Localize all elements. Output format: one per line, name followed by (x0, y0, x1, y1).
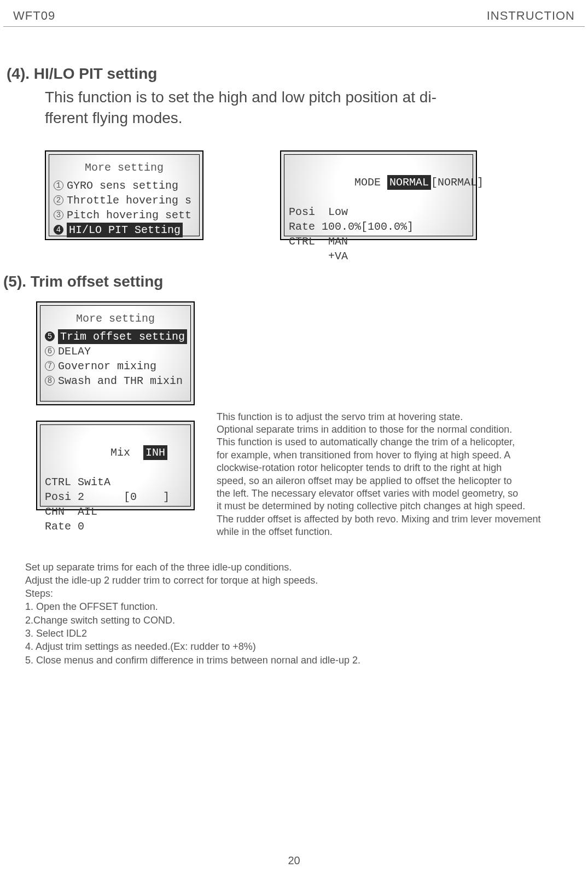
desc-line: This function is to adjust the servo tri… (217, 411, 541, 423)
step-line: Set up separate trims for each of the th… (25, 561, 585, 574)
menu-label: HI/LO PIT Setting (67, 223, 183, 237)
va-line: +VA (289, 249, 468, 264)
menu-item-6: 6 DELAY (45, 344, 186, 359)
menu-number-icon: 8 (45, 376, 55, 386)
mode-value: NORMAL (387, 175, 431, 190)
desc-line: speed, so an aileron offset may be appli… (217, 475, 541, 487)
lcd-inner: More setting 1 GYRO sens setting 2 Throt… (49, 154, 200, 236)
mix-line: Mix INH (45, 430, 186, 475)
lcd-trim-offset: Mix INH CTRL SwitA Posi 2 [0 ] CHN AIL R… (36, 421, 195, 510)
desc-line: it must be determined by noting collecti… (217, 500, 541, 513)
menu-item-2: 2 Throttle hovering s (54, 193, 195, 208)
menu-label: Throttle hovering s (67, 193, 191, 208)
lcd-hi-lo-pit: MODE NORMAL[NORMAL] Posi Low Rate 100.0%… (280, 150, 477, 240)
screens-row-1: More setting 1 GYRO sens setting 2 Throt… (45, 150, 585, 240)
intro-line-2: fferent flying modes. (45, 109, 183, 126)
menu-number-icon: 4 (54, 225, 63, 235)
lcd-inner: More setting 5 Trim offset setting 6 DEL… (40, 305, 191, 401)
menu-label: DELAY (58, 344, 91, 359)
desc-line: while in the offset function. (217, 526, 541, 538)
menu-item-7: 7 Governor mixing (45, 359, 186, 374)
desc-line: Optional separate trims in addition to t… (217, 423, 541, 436)
step-line: Adjust the idle-up 2 rudder trim to corr… (25, 574, 585, 587)
menu-item-1: 1 GYRO sens setting (54, 178, 195, 193)
menu-label: GYRO sens setting (67, 178, 178, 193)
step-line: 2.Change switch setting to COND. (25, 614, 585, 627)
menu-item-3: 3 Pitch hovering sett (54, 208, 195, 223)
mix-label: Mix (110, 446, 143, 459)
intro-line-1: This function is to set the high and low… (45, 89, 436, 106)
step-line: 1. Open the OFFSET function. (25, 600, 585, 613)
rate-line: Rate 100.0%[100.0%] (289, 219, 468, 234)
lcd-title: More setting (45, 311, 186, 326)
menu-label: Pitch hovering sett (67, 208, 191, 223)
menu-number-icon: 7 (45, 361, 55, 371)
page-number: 20 (0, 854, 588, 867)
desc-line: The rudder offset is affected by both re… (217, 513, 541, 526)
menu-item-4-selected: 4 HI/LO PIT Setting (54, 223, 195, 237)
posi-line: Posi Low (289, 205, 468, 219)
page: WFT09 INSTRUCTION (4). HI/LO PIT setting… (0, 0, 588, 879)
mode-bracket: [NORMAL] (431, 176, 484, 189)
step-line: 3. Select IDL2 (25, 627, 585, 640)
menu-item-8: 8 Swash and THR mixin (45, 374, 186, 388)
rate-line: Rate 0 (45, 519, 186, 534)
desc-line: the left. The necessary elevator offset … (217, 487, 541, 500)
menu-label: Governor mixing (58, 359, 156, 374)
ctrl-line: CTRL SwitA (45, 475, 186, 490)
header-right: INSTRUCTION (487, 9, 575, 23)
lcd-title: More setting (54, 160, 195, 175)
header-left: WFT09 (13, 9, 55, 23)
chn-line: CHN AIL (45, 504, 186, 519)
step-line: 4. Adjust trim settings as needed.(Ex: r… (25, 640, 585, 653)
menu-item-5-selected: 5 Trim offset setting (45, 329, 186, 344)
section-4-title: (4). HI/LO PIT setting (7, 65, 585, 83)
menu-label: Trim offset setting (58, 329, 187, 344)
menu-number-icon: 3 (54, 210, 63, 220)
step-line: 5. Close menus and confirm difference in… (25, 654, 585, 667)
trim-offset-description: This function is to adjust the servo tri… (217, 411, 541, 539)
page-header: WFT09 INSTRUCTION (3, 9, 585, 27)
steps-block: Set up separate trims for each of the th… (25, 561, 585, 667)
menu-label: Swash and THR mixin (58, 374, 183, 388)
posi-line: Posi 2 [0 ] (45, 490, 186, 504)
menu-number-icon: 1 (54, 181, 63, 190)
menu-number-icon: 5 (45, 331, 55, 341)
mode-line: MODE NORMAL[NORMAL] (289, 160, 468, 205)
mix-value: INH (143, 445, 167, 460)
section-4-intro: This function is to set the high and low… (45, 87, 537, 129)
lcd-more-setting-2: More setting 5 Trim offset setting 6 DEL… (36, 301, 195, 405)
lcd-more-setting-1: More setting 1 GYRO sens setting 2 Throt… (45, 150, 203, 240)
ctrl-line: CTRL MAN (289, 234, 468, 249)
lcd-inner: Mix INH CTRL SwitA Posi 2 [0 ] CHN AIL R… (40, 424, 191, 507)
lcd-inner: MODE NORMAL[NORMAL] Posi Low Rate 100.0%… (284, 154, 473, 236)
desc-line: This function is used to automatically c… (217, 436, 541, 449)
menu-number-icon: 2 (54, 195, 63, 205)
step-line: Steps: (25, 587, 585, 600)
desc-line: for example, when transitioned from hove… (217, 449, 541, 462)
mode-label: MODE (354, 176, 387, 189)
menu-number-icon: 6 (45, 346, 55, 356)
screens-row-2: Mix INH CTRL SwitA Posi 2 [0 ] CHN AIL R… (3, 405, 585, 539)
desc-line: clockwise-rotation rotor helicopter tend… (217, 462, 541, 474)
section-5-title: (5). Trim offset setting (3, 273, 585, 290)
